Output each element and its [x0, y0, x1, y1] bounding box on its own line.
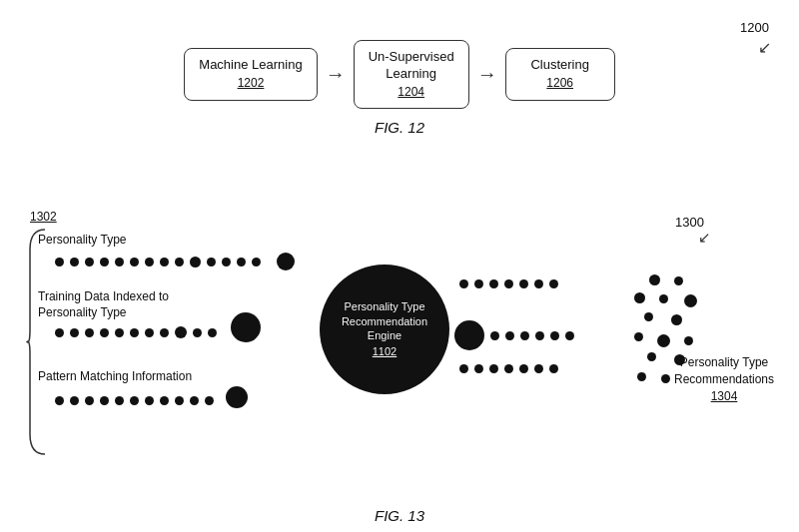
right-bottom-dots: [459, 364, 558, 373]
fig12-label: FIG. 12: [30, 119, 769, 136]
rec-label-line2: Recommendations: [674, 372, 774, 386]
center-engine-circle: Personality Type Recommendation Engine 1…: [320, 265, 449, 394]
training-data-label: Training Data Indexed toPersonality Type: [38, 289, 169, 320]
arrow-2: →: [477, 63, 497, 86]
engine-title-line1: Personality Type: [344, 300, 424, 312]
fig12-section: 1200 ↙ Machine Learning 1202 → Un-Superv…: [30, 30, 769, 136]
engine-title-line2: Recommendation: [342, 315, 427, 327]
fig13-section: 1300 ↙ 1302 Personality Type Training Da…: [0, 195, 799, 524]
usl-box: Un-SupervisedLearning 1204: [354, 40, 469, 109]
fig13-label: FIG. 13: [0, 507, 799, 524]
personality-type-label: Personality Type: [38, 233, 127, 249]
engine-ref: 1102: [342, 344, 427, 358]
personality-dots: [55, 253, 295, 270]
usl-box-ref: 1204: [369, 85, 454, 101]
engine-title-line3: Engine: [368, 329, 401, 341]
training-dots-top: [55, 322, 261, 342]
cl-box-label: Clustering: [530, 57, 589, 72]
left-brace: [25, 225, 55, 459]
ml-box-ref: 1202: [199, 76, 302, 92]
fig12-ref-arrow: ↙: [758, 38, 771, 57]
rec-label-line1: Personality Type: [680, 355, 769, 369]
pattern-matching-label: Pattern Matching Information: [38, 369, 192, 385]
fig13-ref-number: 1300: [675, 215, 704, 230]
fig12-ref-number: 1200: [740, 20, 769, 35]
ml-box: Machine Learning 1202: [184, 48, 317, 100]
fig12-flow: Machine Learning 1202 → Un-SupervisedLea…: [30, 40, 769, 109]
ml-box-label: Machine Learning: [199, 57, 302, 72]
bracket-ref: 1302: [30, 210, 57, 224]
cl-box-ref: 1206: [520, 76, 600, 92]
rec-label-ref: 1304: [711, 389, 738, 403]
right-mid-dots: [454, 320, 574, 350]
usl-box-label: Un-SupervisedLearning: [369, 49, 454, 81]
cl-box: Clustering 1206: [505, 48, 615, 100]
right-recommendations-label: Personality Type Recommendations 1304: [669, 354, 779, 404]
fig13-ref-arrow: ↙: [698, 229, 711, 247]
pattern-dots: [55, 392, 248, 408]
right-top-dots: [459, 279, 558, 288]
arrow-1: →: [326, 63, 346, 86]
